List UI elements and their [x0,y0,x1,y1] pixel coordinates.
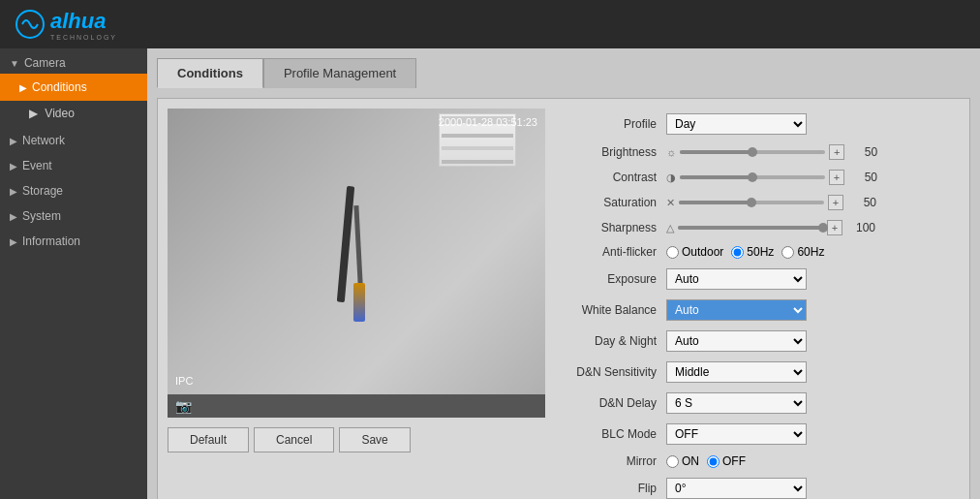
mirror-off[interactable]: OFF [707,454,746,468]
whitebalance-label: White Balance [560,303,666,317]
brightness-track[interactable] [680,150,825,154]
brightness-plus-btn[interactable]: + [829,144,844,160]
sharpness-track[interactable] [678,226,823,230]
network-arrow-icon: ▶ [10,136,17,146]
whitebalance-select[interactable]: Auto Manual ATW [666,299,807,321]
video-container: 2000-01-28 03:51:23 IPC 📷 Default Cancel… [168,109,545,499]
cancel-button[interactable]: Cancel [254,427,334,452]
sidebar-section-camera: ▼ Camera [0,48,147,74]
sidebar-item-system[interactable]: ▶ System [0,202,147,227]
antiflicker-row: Anti-flicker Outdoor 50Hz [560,245,960,259]
flip-select[interactable]: 0° 90° 180° 270° [666,478,807,499]
antiflicker-50hz[interactable]: 50Hz [731,245,774,259]
video-label: IPC [175,375,193,387]
contrast-row: Contrast ◑ + 50 [560,170,960,185]
sharpness-control: △ + 100 [666,220,960,235]
sidebar-item-conditions[interactable]: ▶ Conditions [0,74,147,101]
main-layout: ▼ Camera ▶ Conditions ▶ Video ▶ Network … [0,48,980,499]
profile-label: Profile [560,117,666,131]
blcmode-select[interactable]: OFF BLC WDR [666,423,807,445]
storage-arrow-icon: ▶ [10,186,17,197]
tab-bar: Conditions Profile Management [157,58,970,88]
logo-icon [15,9,46,40]
saturation-row: Saturation ✕ + 50 [560,195,960,210]
exposure-row: Exposure Auto Manual [560,268,960,290]
brightness-control: ☼ + 50 [666,144,960,160]
antiflicker-60hz[interactable]: 60Hz [781,245,824,259]
antiflicker-outdoor[interactable]: Outdoor [666,245,723,259]
video-preview: 2000-01-28 03:51:23 IPC [168,109,545,394]
video-timestamp: 2000-01-28 03:51:23 [439,116,537,128]
sidebar-item-network[interactable]: ▶ Network [0,126,147,151]
brightness-min-icon: ☼ [666,146,676,158]
flip-control: 0° 90° 180° 270° [666,478,960,499]
contrast-plus-btn[interactable]: + [829,170,844,185]
contrast-control: ◑ + 50 [666,170,960,185]
saturation-value: 50 [847,196,876,209]
tab-profile-management[interactable]: Profile Management [263,58,416,88]
default-button[interactable]: Default [168,427,249,452]
brightness-label: Brightness [560,145,666,159]
mirror-row: Mirror ON OFF [560,454,960,468]
blcmode-row: BLC Mode OFF BLC WDR [560,423,960,445]
saturation-track[interactable] [679,201,824,204]
blcmode-control: OFF BLC WDR [666,423,960,445]
tab-conditions[interactable]: Conditions [157,58,263,88]
dnsensitivity-select[interactable]: Low Middle High [666,361,807,383]
save-button[interactable]: Save [339,427,410,452]
contrast-track[interactable] [680,175,825,179]
sharpness-slider-wrapper: △ + 100 [666,220,875,235]
whitebalance-control: Auto Manual ATW [666,299,960,321]
sharpness-icon: △ [666,222,674,234]
main-panel: 2000-01-28 03:51:23 IPC 📷 Default Cancel… [157,98,970,499]
contrast-icon: ◑ [666,172,676,184]
logo: alhua TECHNOLOGY [15,9,117,41]
logo-text: alhua TECHNOLOGY [50,9,117,41]
blcmode-label: BLC Mode [560,427,666,441]
flip-row: Flip 0° 90° 180° 270° [560,478,960,499]
system-arrow-icon: ▶ [10,211,17,222]
profile-select[interactable]: Day Night Normal [666,113,807,135]
scene-color-object [353,283,365,322]
information-arrow-icon: ▶ [10,236,17,247]
sidebar-item-storage[interactable]: ▶ Storage [0,176,147,202]
exposure-control: Auto Manual [666,268,960,290]
dnsensitivity-label: D&N Sensitivity [560,365,666,379]
profile-control: Day Night Normal [666,113,960,135]
conditions-arrow-icon: ▶ [19,82,27,93]
daynight-select[interactable]: Auto Day Night [666,330,807,352]
daynight-row: Day & Night Auto Day Night [560,330,960,352]
video-sub-icon: ▶ [29,107,38,120]
settings-panel: Profile Day Night Normal Brightness [560,109,960,499]
camera-snapshot-icon[interactable]: 📷 [175,398,192,414]
sidebar-item-information[interactable]: ▶ Information [0,227,147,252]
sidebar-item-video[interactable]: ▶ Video [0,101,147,126]
exposure-label: Exposure [560,272,666,286]
exposure-select[interactable]: Auto Manual [666,268,807,290]
sidebar-item-event[interactable]: ▶ Event [0,151,147,176]
saturation-plus-btn[interactable]: + [828,195,843,210]
contrast-slider-wrapper: ◑ + 50 [666,170,877,185]
brightness-value: 50 [848,145,877,159]
flip-label: Flip [560,482,666,495]
mirror-on[interactable]: ON [666,454,699,468]
dndelay-label: D&N Delay [560,396,666,410]
antiflicker-label: Anti-flicker [560,245,666,259]
dndelay-control: 6 S 30 S 60 S [666,392,960,414]
saturation-control: ✕ + 50 [666,195,960,210]
saturation-label: Saturation [560,196,666,209]
content-area: Conditions Profile Management [147,48,980,499]
daynight-label: Day & Night [560,334,666,348]
dndelay-select[interactable]: 6 S 30 S 60 S [666,392,807,414]
brightness-slider-wrapper: ☼ + 50 [666,144,877,160]
dnsensitivity-row: D&N Sensitivity Low Middle High [560,361,960,383]
contrast-label: Contrast [560,171,666,184]
sharpness-value: 100 [846,221,875,234]
sharpness-plus-btn[interactable]: + [827,220,842,235]
saturation-icon: ✕ [666,197,675,209]
action-buttons: Default Cancel Save [168,427,545,452]
dndelay-row: D&N Delay 6 S 30 S 60 S [560,392,960,414]
brightness-row: Brightness ☼ + 50 [560,144,960,160]
profile-row: Profile Day Night Normal [560,113,960,135]
mirror-radio-group: ON OFF [666,454,746,468]
